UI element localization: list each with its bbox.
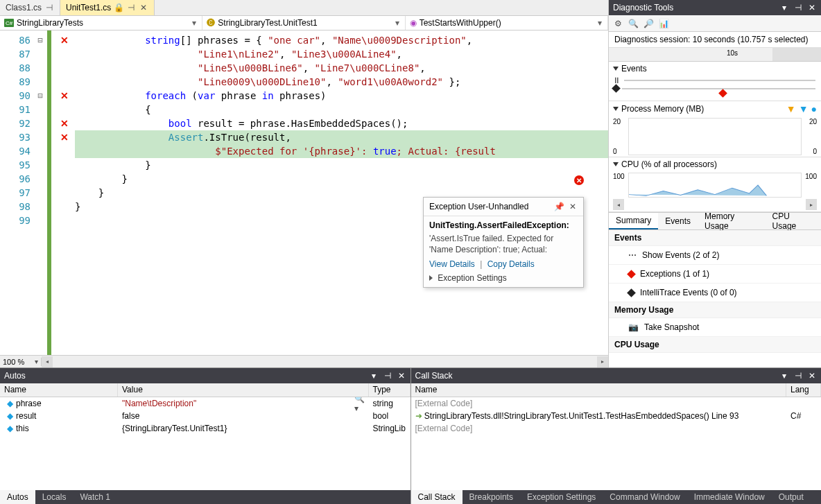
cpu-chart[interactable]: 100 100 — [609, 171, 821, 199]
exception-heading: Exception User-Unhandled — [429, 202, 528, 211]
y-axis-max-r: 100 — [805, 173, 817, 180]
events-title: Events — [621, 64, 647, 73]
diagnostic-tabs: Summary Events Memory Usage CPU Usage — [609, 212, 821, 230]
tab-locals[interactable]: Locals — [35, 490, 74, 504]
lock-icon: 🔒 — [114, 3, 123, 12]
namespace-label: StringLibraryTests — [17, 18, 83, 28]
close-icon[interactable]: ✕ — [139, 3, 148, 12]
tab-callstack[interactable]: Call Stack — [411, 490, 463, 504]
col-name[interactable]: Name — [0, 383, 118, 397]
change-indicator — [47, 31, 51, 355]
callstack-body: [External Code] ➜ StringLibraryTests.dll… — [411, 397, 822, 490]
tab-events[interactable]: Events — [658, 214, 698, 229]
tab-output[interactable]: Output — [772, 490, 811, 504]
table-row[interactable]: ◆phrase "Name\tDescription" 🔍▾ string — [0, 397, 410, 410]
scroll-right-button[interactable]: ▸ — [597, 356, 608, 367]
tab-exception-settings[interactable]: Exception Settings — [520, 490, 603, 504]
timeline-ruler[interactable]: 10s — [609, 48, 821, 62]
zoom-in-icon[interactable]: 🔍 — [628, 19, 638, 28]
close-icon[interactable]: ✕ — [397, 371, 406, 381]
namespace-dropdown[interactable]: C# StringLibraryTests ▾ — [0, 16, 202, 30]
code-content[interactable]: string[] phrases = { "one car", "Name\u0… — [75, 31, 608, 355]
expand-icon[interactable] — [429, 275, 433, 281]
fold-gutter[interactable]: ⊟⊟ — [33, 31, 47, 355]
exception-message: 'Assert.IsTrue failed. Expected for 'Nam… — [429, 233, 578, 255]
exception-marker-icon[interactable] — [718, 89, 727, 98]
scroll-left-button[interactable]: ◂ — [613, 199, 624, 210]
table-row[interactable]: [External Code] — [411, 397, 822, 410]
memory-section-header[interactable]: Process Memory (MB) ▼ ▼ ● — [609, 101, 821, 116]
show-events-item[interactable]: ⋯ Show Events (2 of 2) — [609, 246, 821, 265]
zoom-out-icon[interactable]: 🔎 — [643, 19, 653, 28]
exception-settings-link[interactable]: Exception Settings — [438, 273, 506, 283]
table-row[interactable]: ➜ StringLibraryTests.dll!StringLibraryTe… — [411, 410, 822, 422]
pin-icon[interactable]: ⊣ — [793, 371, 803, 381]
col-name[interactable]: Name — [411, 383, 787, 397]
chevron-down-icon: ▾ — [394, 18, 401, 28]
item-label: Take Snapshot — [644, 322, 699, 332]
events-section-header[interactable]: Events — [609, 62, 821, 76]
copy-details-link[interactable]: Copy Details — [487, 259, 535, 269]
pin-icon[interactable]: ⊣ — [44, 3, 54, 12]
pin-icon[interactable]: ⊣ — [126, 3, 136, 12]
close-icon[interactable]: ✕ — [807, 3, 817, 12]
breakpoint-gutter[interactable]: ✕✕✕✕ — [54, 31, 75, 355]
close-icon[interactable]: ✕ — [807, 371, 817, 381]
autos-body: ◆phrase "Name\tDescription" 🔍▾ string ◆r… — [0, 397, 410, 490]
pin-icon[interactable]: ⊣ — [383, 371, 392, 381]
horizontal-scrollbar[interactable] — [53, 356, 597, 367]
session-info: Diagnostics session: 10 seconds (10.757 … — [609, 32, 821, 48]
events-track: ⏸ — [609, 76, 821, 101]
collapse-icon — [613, 67, 619, 71]
table-row[interactable]: ◆this {StringLibraryTest.UnitTest1} Stri… — [0, 422, 410, 435]
pin-icon[interactable]: ⊣ — [793, 3, 803, 12]
intellitrace-item[interactable]: IntelliTrace Events (0 of 0) — [609, 284, 821, 302]
collapse-icon — [613, 107, 619, 111]
dropdown-icon[interactable]: ▾ — [779, 371, 789, 381]
autos-tab-strip: Autos Locals Watch 1 — [0, 490, 410, 504]
memory-chart[interactable]: 20 0 20 0 — [609, 116, 821, 157]
file-tab-unittest1[interactable]: UnitTest1.cs 🔒 ⊣ ✕ — [60, 0, 155, 15]
tab-breakpoints[interactable]: Breakpoints — [463, 490, 520, 504]
zoom-dropdown[interactable]: 100 % ▾ — [0, 358, 42, 366]
private-bytes-icon: ● — [811, 103, 817, 114]
table-row[interactable]: [External Code] — [411, 422, 822, 435]
scroll-left-button[interactable]: ◂ — [42, 356, 53, 367]
table-row[interactable]: ◆result false bool — [0, 410, 410, 422]
code-editor[interactable]: 8687888990919293949596979899 ⊟⊟ ✕✕✕✕ str… — [0, 31, 608, 355]
variable-icon: ◆ — [7, 411, 13, 421]
diagnostic-toolbar: ⚙ 🔍 🔎 📊 — [609, 15, 821, 32]
chart-icon[interactable]: 📊 — [659, 19, 668, 28]
dropdown-icon[interactable]: ▾ — [779, 3, 789, 12]
file-tab-class1[interactable]: Class1.cs ⊣ — [0, 0, 60, 15]
tab-command-window[interactable]: Command Window — [603, 490, 686, 504]
tab-watch1[interactable]: Watch 1 — [73, 490, 117, 504]
pin-icon[interactable]: 📌 — [554, 202, 564, 211]
tab-summary[interactable]: Summary — [609, 213, 658, 229]
class-dropdown[interactable]: 🅒 StringLibraryTest.UnitTest1 ▾ — [202, 16, 405, 30]
magnifier-icon[interactable]: 🔍▾ — [355, 399, 365, 408]
gear-icon[interactable]: ⚙ — [613, 19, 623, 28]
view-details-link[interactable]: View Details — [429, 259, 475, 269]
gc-marker-icon: ▼ — [786, 103, 796, 114]
method-dropdown[interactable]: ◉ TestStartsWithUpper() ▾ — [406, 16, 608, 30]
tab-label: Class1.cs — [6, 3, 42, 12]
cpu-section-header[interactable]: CPU (% of all processors) — [609, 157, 821, 171]
callstack-titlebar: Call Stack ▾ ⊣ ✕ — [411, 368, 822, 383]
dropdown-icon[interactable]: ▾ — [369, 371, 379, 381]
y-axis-max: 100 — [613, 173, 625, 180]
diamond-icon — [612, 84, 621, 93]
variable-icon: ◆ — [7, 424, 13, 433]
close-icon[interactable]: ✕ — [568, 202, 578, 211]
tab-immediate-window[interactable]: Immediate Window — [687, 490, 772, 504]
file-tab-strip: Class1.cs ⊣ UnitTest1.cs 🔒 ⊣ ✕ — [0, 0, 608, 15]
col-lang[interactable]: Lang — [786, 383, 821, 397]
autos-header-row: Name Value Type — [0, 383, 410, 397]
exceptions-item[interactable]: Exceptions (1 of 1) — [609, 265, 821, 284]
item-label: Exceptions (1 of 1) — [640, 269, 709, 279]
method-icon: ◉ — [410, 18, 417, 28]
tab-autos[interactable]: Autos — [0, 490, 35, 504]
take-snapshot-item[interactable]: 📷 Take Snapshot — [609, 318, 821, 337]
col-type[interactable]: Type — [369, 383, 410, 397]
col-value[interactable]: Value — [118, 383, 369, 397]
